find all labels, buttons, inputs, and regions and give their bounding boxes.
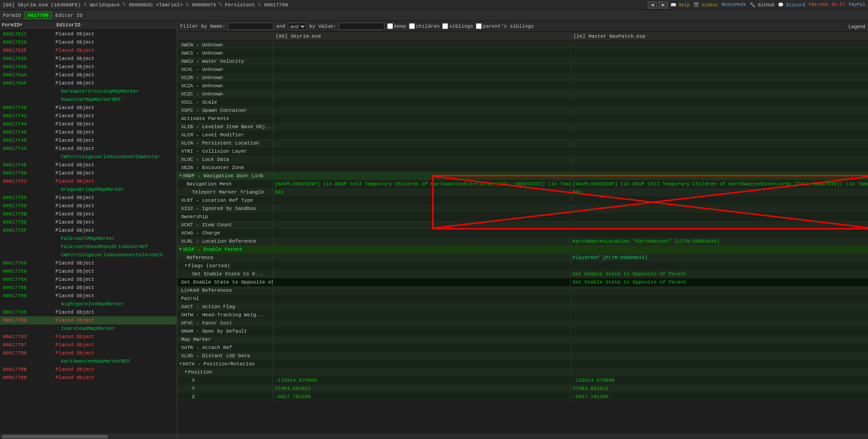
- list-row[interactable]: 0001779BPlaced Object: [0, 365, 177, 374]
- children-checkbox[interactable]: [409, 23, 415, 29]
- expand-icon[interactable]: ▼: [179, 174, 182, 178]
- list-row[interactable]: 00017768Placed Object: [0, 267, 177, 275]
- tree-row[interactable]: ONAM - Open by Default: [177, 327, 868, 335]
- github-link[interactable]: 🔧 GitHub: [750, 2, 774, 8]
- expand-icon[interactable]: ▼: [185, 264, 187, 268]
- tree-row[interactable]: Y37484.88281237484.882812: [177, 384, 868, 393]
- tree-row[interactable]: Activate Parents: [177, 115, 868, 123]
- tree-row[interactable]: XLRT - Location Ref Type: [177, 196, 868, 205]
- right-h-scrollbar[interactable]: [177, 434, 868, 439]
- expand-icon[interactable]: ▼: [185, 370, 187, 374]
- tree-row[interactable]: XSCL - Scale: [177, 98, 868, 106]
- list-row[interactable]: 0001776EPlaced Object: [0, 284, 177, 292]
- tree-row[interactable]: XCHG - Charge: [177, 229, 868, 237]
- list-row[interactable]: 000176AAPlaced Object: [0, 71, 177, 79]
- col-header-editorid[interactable]: EditorID: [55, 21, 177, 30]
- tree-row[interactable]: XWCN - Unknown: [177, 41, 868, 49]
- list-row[interactable]: 00017748Placed Object: [0, 136, 177, 145]
- tree-row[interactable]: XLCN - Persistent Location: [177, 139, 868, 147]
- list-row[interactable]: 0001775BPlaced Object: [0, 210, 177, 218]
- tree-row[interactable]: XLOD - Distant LOD Data: [177, 352, 868, 360]
- list-row[interactable]: 00017797Placed Object: [0, 341, 177, 349]
- videos-link[interactable]: 🎬 Videos: [693, 2, 718, 8]
- list-row[interactable]: 00017793Placed Object: [0, 333, 177, 341]
- list-row[interactable]: 000176AFPlaced Object: [0, 79, 177, 87]
- list-row[interactable]: 00017752Placed Object: [0, 177, 177, 185]
- list-row[interactable]: 0001776APlaced Object: [0, 275, 177, 284]
- filter-value-input[interactable]: [339, 23, 384, 30]
- tree-row[interactable]: XLCM - Level Modifier: [177, 131, 868, 139]
- col-header-formid[interactable]: FormID ▼: [0, 21, 55, 30]
- tree-row[interactable]: Set Enable State to Opposite of ParentSe…: [177, 278, 868, 286]
- tree-row[interactable]: ▼ DATA - Position/Rotation: [177, 360, 868, 368]
- left-list[interactable]: 00017611Placed Object00017629Placed Obje…: [0, 30, 177, 434]
- tree-row[interactable]: XCZC - Unknown: [177, 90, 868, 98]
- list-row[interactable]: NightgateInnMapMarker: [0, 300, 177, 308]
- list-row[interactable]: 00017790Placed Object: [0, 316, 177, 324]
- patreon-link[interactable]: Patreon: [809, 2, 828, 7]
- list-row[interactable]: IvarsteadMapMarker: [0, 324, 177, 333]
- list-row[interactable]: 00017636Placed Object: [0, 55, 177, 63]
- tree-row[interactable]: Ownership: [177, 213, 868, 221]
- tree-row[interactable]: XSPC - Spawn Container: [177, 106, 868, 115]
- list-row[interactable]: 00017611Placed Object: [0, 30, 177, 38]
- tree-row[interactable]: XEZN - Encounter Zone: [177, 164, 868, 172]
- list-row[interactable]: 00017744Placed Object: [0, 120, 177, 128]
- tree-row[interactable]: ▼ XESP - Enable Parent: [177, 245, 868, 254]
- tree-row[interactable]: XWCS - Unknown: [177, 49, 868, 57]
- list-row[interactable]: KarthwastenMapMarkerREF: [0, 357, 177, 365]
- tree-row[interactable]: Navigation Mesh[NAVM:00015D9F] (in GRUP …: [177, 180, 868, 188]
- nav-fwd-button[interactable]: ►: [659, 1, 668, 9]
- list-row[interactable]: 00017742Placed Object: [0, 112, 177, 120]
- tree-row[interactable]: Teleport Marker Triangle501501: [177, 188, 868, 196]
- siblings-checkbox[interactable]: [442, 23, 448, 29]
- tree-row[interactable]: ReferencePlayerRef [PLYR:00000014]: [177, 254, 868, 262]
- list-row[interactable]: 0001774EPlaced Object: [0, 161, 177, 169]
- tree-row[interactable]: XATR - Attach Ref: [177, 344, 868, 352]
- list-row[interactable]: 0001779DPlaced Object: [0, 374, 177, 382]
- tree-row[interactable]: XLOC - Lock Data: [177, 155, 868, 164]
- parents-siblings-checkbox[interactable]: [476, 23, 482, 29]
- tree-row[interactable]: XCZA - Unknown: [177, 82, 868, 90]
- nav-back-button[interactable]: ◄: [648, 1, 657, 9]
- nexusmods-link[interactable]: NexusMods: [722, 2, 746, 7]
- list-row[interactable]: DragonBridgeMapMarker: [0, 185, 177, 194]
- tree-row[interactable]: XIS2 - Ignored by Sandbox: [177, 205, 868, 213]
- list-row[interactable]: 00017740Placed Object: [0, 104, 177, 112]
- tree-row[interactable]: XWCU - Water Velocity: [177, 57, 868, 65]
- list-row[interactable]: 00017798Placed Object: [0, 349, 177, 357]
- tree-row[interactable]: Z-6027.781250-6027.781250: [177, 393, 868, 401]
- list-row[interactable]: DawnstarMapMarkerREF: [0, 95, 177, 104]
- list-row[interactable]: 00017780Placed Object: [0, 292, 177, 300]
- tree-row[interactable]: XCZR - Unknown: [177, 74, 868, 82]
- tree-row[interactable]: XHTW - Head-Tracking Weig...: [177, 311, 868, 319]
- tree-row[interactable]: Map Marker: [177, 335, 868, 344]
- list-row[interactable]: FalkreathMapMarker: [0, 234, 177, 243]
- tree-row[interactable]: XFVC - Favor Cost: [177, 319, 868, 327]
- tree-row[interactable]: XLRL - Location ReferenceKarthwastenLoca…: [177, 237, 868, 245]
- help-link[interactable]: 📖 Help: [671, 2, 690, 8]
- tree-row[interactable]: ▼ Position: [177, 368, 868, 376]
- expand-icon[interactable]: ▼: [179, 362, 182, 366]
- list-row[interactable]: DarkwaterCrossingMapMarker: [0, 87, 177, 95]
- list-row[interactable]: 00017750Placed Object: [0, 169, 177, 177]
- tree-row[interactable]: Set Enable State to O...Set Enable State…: [177, 270, 868, 278]
- expand-icon[interactable]: ▼: [179, 247, 182, 252]
- list-row[interactable]: 00017755Placed Object: [0, 194, 177, 202]
- list-row[interactable]: 0001774APlaced Object: [0, 145, 177, 153]
- list-row[interactable]: 00017766Placed Object: [0, 259, 177, 267]
- list-row[interactable]: CWFortSiegeJarlsHouseDoorDawnstar: [0, 153, 177, 161]
- tree-row[interactable]: Linked References: [177, 286, 868, 294]
- legend-button[interactable]: Legend: [848, 24, 865, 29]
- filter-name-input[interactable]: [228, 23, 273, 30]
- list-row[interactable]: 00017638Placed Object: [0, 63, 177, 71]
- list-row[interactable]: 00017629Placed Object: [0, 38, 177, 46]
- discord-link[interactable]: 💬 Discord: [778, 2, 805, 8]
- right-tree[interactable]: XWCN - UnknownXWCS - UnknownXWCU - Water…: [177, 41, 868, 434]
- tree-row[interactable]: XCNT - Item Count: [177, 221, 868, 229]
- tree-row[interactable]: XLIB - Leveled Item Base Obj...: [177, 123, 868, 131]
- list-row[interactable]: CWFortSiegeJarlsHouseDoorFalkreath: [0, 251, 177, 259]
- paypal-link[interactable]: PayPal: [849, 2, 865, 7]
- tree-row[interactable]: XCVL - Unknown: [177, 65, 868, 74]
- list-row[interactable]: 00017786Placed Object: [0, 308, 177, 316]
